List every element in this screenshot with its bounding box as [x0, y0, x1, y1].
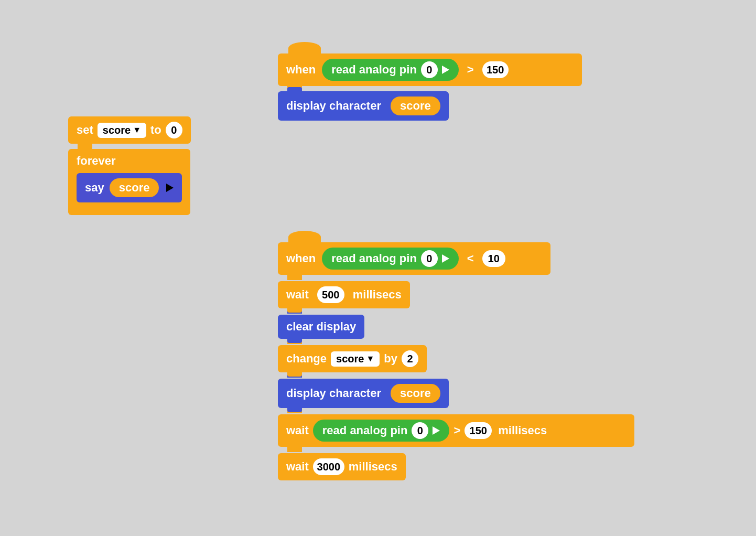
- to-label: to: [150, 123, 161, 137]
- wait-value-3: 3000: [313, 458, 344, 475]
- wait-block-1[interactable]: wait 500 millisecs: [278, 280, 410, 308]
- clear-label: clear display: [286, 320, 356, 334]
- wait-condition[interactable]: read analog pin 0: [313, 420, 450, 442]
- compare-value-2: 10: [482, 250, 505, 267]
- change-block[interactable]: change score ▼ by 2: [278, 344, 427, 372]
- wait-label-1: wait: [286, 288, 309, 302]
- when-condition[interactable]: read analog pin 0: [322, 59, 459, 81]
- when-hat-block[interactable]: when read analog pin 0 > 150: [278, 52, 582, 86]
- wait-operator: >: [453, 424, 460, 437]
- say-arrow: [166, 184, 174, 192]
- wait-label-3: wait: [286, 460, 309, 474]
- display-score-var-1[interactable]: score: [391, 97, 440, 115]
- left-stack: set score ▼ to 0 forever say score: [68, 115, 191, 215]
- operator-gt: >: [467, 63, 474, 77]
- display-char-label-1: display character: [286, 99, 381, 113]
- clear-display-block[interactable]: clear display: [278, 314, 364, 339]
- wait-value-1: 500: [317, 286, 344, 303]
- wait-unit-3: millisecs: [349, 460, 397, 474]
- top-right-stack: when read analog pin 0 > 150 display cha…: [278, 52, 582, 121]
- canvas: set score ▼ to 0 forever say score: [0, 0, 756, 536]
- display-character-block-2[interactable]: display character score: [278, 378, 449, 408]
- say-block[interactable]: say score: [77, 173, 182, 202]
- say-variable[interactable]: score: [110, 178, 159, 197]
- change-value: 2: [402, 350, 418, 367]
- score-variable[interactable]: score ▼: [98, 123, 146, 138]
- wait-label-analog: wait: [286, 424, 309, 437]
- dropdown-arrow[interactable]: ▼: [133, 125, 141, 135]
- pin-arrow: [442, 66, 449, 74]
- display-character-block-1[interactable]: display character score: [278, 91, 449, 121]
- change-label: change: [286, 352, 327, 366]
- change-dropdown[interactable]: ▼: [366, 354, 374, 363]
- when-condition-2[interactable]: read analog pin 0: [322, 248, 459, 270]
- wait-compare-value: 150: [465, 422, 492, 439]
- say-label: say: [85, 181, 104, 195]
- forever-c-block[interactable]: forever say score: [68, 149, 190, 215]
- value-0: 0: [166, 122, 182, 138]
- display-char-label-2: display character: [286, 387, 381, 400]
- wait-block-3[interactable]: wait 3000 millisecs: [278, 452, 406, 480]
- wait-pin: 0: [412, 422, 428, 439]
- wait-analog-block[interactable]: wait read analog pin 0 > 150 millisecs: [278, 413, 634, 447]
- change-variable[interactable]: score ▼: [331, 351, 380, 367]
- compare-value: 150: [482, 61, 509, 78]
- when-hat-block-2[interactable]: when read analog pin 0 < 10: [278, 241, 550, 275]
- when-label: when: [286, 63, 316, 77]
- bottom-right-stack: when read analog pin 0 < 10 wait 500 mil…: [278, 241, 634, 480]
- display-score-var-2[interactable]: score: [391, 384, 440, 403]
- when-label-2: when: [286, 252, 316, 265]
- wait-unit-analog: millisecs: [498, 424, 547, 437]
- wait-unit-1: millisecs: [353, 288, 402, 302]
- operator-lt: <: [467, 252, 474, 265]
- forever-label: forever: [77, 154, 116, 167]
- wait-pin-arrow: [433, 426, 440, 435]
- pin-value-2: 0: [421, 250, 438, 267]
- set-label: set: [77, 123, 93, 137]
- by-label: by: [384, 352, 397, 366]
- pin-value: 0: [421, 61, 438, 78]
- pin-arrow-2: [442, 254, 449, 263]
- set-block[interactable]: set score ▼ to 0: [68, 116, 191, 144]
